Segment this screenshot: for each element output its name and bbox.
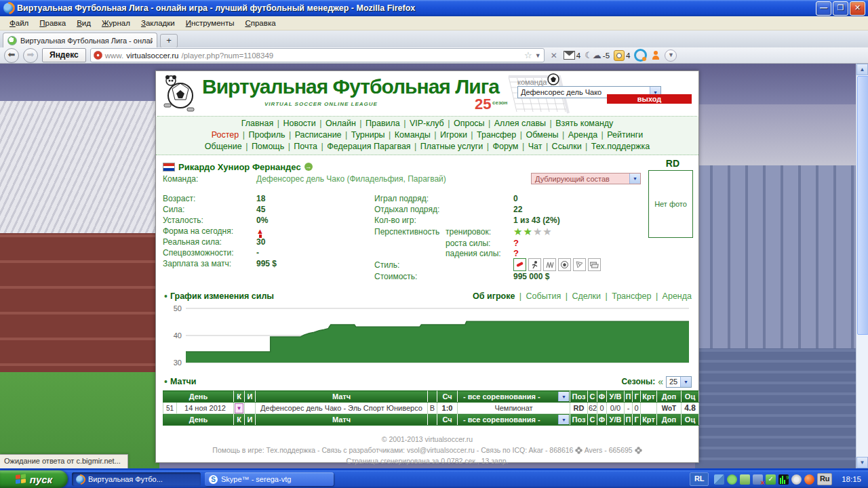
taskbar-firefox-task[interactable]: Виртуальная Футбо... bbox=[72, 472, 201, 486]
chevron-down-icon[interactable]: ▼ bbox=[558, 392, 569, 401]
claw-icon[interactable] bbox=[543, 258, 556, 271]
boot-icon[interactable] bbox=[513, 258, 526, 271]
maximize-button[interactable]: ❐ bbox=[833, 1, 848, 16]
taskbar-skype-task[interactable]: S Skype™ - serega-vtg bbox=[205, 472, 334, 486]
language-indicator[interactable]: RL bbox=[690, 472, 709, 486]
col-oc[interactable]: Оц bbox=[682, 391, 699, 403]
player-link-icon[interactable]: → bbox=[304, 163, 313, 171]
nav-link-3[interactable]: Турниры bbox=[351, 130, 385, 140]
chevron-down-icon[interactable]: ▼ bbox=[558, 415, 569, 424]
new-tab-button[interactable]: + bbox=[160, 34, 178, 48]
nav-link-7[interactable]: Обмены bbox=[526, 130, 558, 140]
col-k[interactable]: К bbox=[234, 414, 245, 426]
player-tab-2[interactable]: Сделки bbox=[572, 291, 601, 301]
col-uv[interactable]: У/В bbox=[607, 391, 625, 403]
footer-help-text[interactable]: Помощь в игре: Тех.поддержка - Связь с р… bbox=[212, 446, 573, 454]
bookmark-star-icon[interactable]: ☆ bbox=[524, 50, 532, 60]
nav-link-9[interactable]: Рейтинги bbox=[607, 130, 643, 140]
col-day[interactable]: День bbox=[163, 391, 234, 403]
browser-menubar[interactable]: ФайлПравкаВидЖурналЗакладкиИнструментыСп… bbox=[0, 16, 868, 30]
language-tray-indicator[interactable]: Ru bbox=[817, 473, 832, 485]
nav-link-4[interactable]: Команды bbox=[395, 130, 431, 140]
nav-link-5[interactable]: Игроки bbox=[440, 130, 467, 140]
nav-link-0[interactable]: Главная bbox=[241, 119, 274, 128]
col-score[interactable]: Сч bbox=[437, 414, 458, 426]
col-s[interactable]: С bbox=[588, 414, 597, 426]
comodo-icon[interactable] bbox=[804, 474, 814, 485]
squad-select[interactable]: Дублирующий состав ▼ bbox=[531, 173, 641, 184]
nav-link-7[interactable]: Ссылки bbox=[552, 142, 582, 151]
chevron-down-icon[interactable]: ▼ bbox=[680, 377, 691, 387]
alarm-addon[interactable]: 4 bbox=[614, 50, 630, 61]
yandex-button[interactable]: Яндекс bbox=[42, 48, 86, 62]
menu-1[interactable]: Правка bbox=[34, 18, 71, 28]
col-g[interactable]: Г bbox=[633, 391, 641, 403]
audio-cd-icon[interactable] bbox=[791, 474, 802, 485]
mail-addon[interactable]: 4 bbox=[564, 51, 580, 60]
close-button[interactable]: ✕ bbox=[850, 1, 865, 16]
urlbar-dropdown-icon[interactable]: ▼ bbox=[535, 52, 541, 59]
col-krt[interactable]: Крт bbox=[641, 414, 657, 426]
player-tab-3[interactable]: Трансфер bbox=[612, 291, 651, 301]
player-tab-4[interactable]: Аренда bbox=[663, 291, 692, 301]
browser-tab[interactable]: Виртуальная Футбольная Лига - онлайн и..… bbox=[3, 33, 157, 47]
start-button[interactable]: пуск bbox=[0, 470, 68, 488]
col-match[interactable]: Матч bbox=[256, 391, 428, 403]
match-score[interactable]: 1:0 bbox=[437, 403, 458, 414]
col-i[interactable]: И bbox=[245, 414, 256, 426]
nav-link-1[interactable]: Новости bbox=[283, 119, 315, 128]
seasons-select[interactable]: 25 ▼ bbox=[666, 376, 692, 388]
menu-3[interactable]: Журнал bbox=[96, 18, 136, 28]
growth-value[interactable]: ? bbox=[513, 238, 519, 248]
chevron-down-icon[interactable]: ▼ bbox=[629, 174, 640, 184]
pizza-icon[interactable] bbox=[573, 258, 586, 271]
odnoklassniki-icon[interactable] bbox=[651, 51, 660, 60]
nav-link-4[interactable]: Платные услуги bbox=[420, 142, 483, 151]
nav-link-3[interactable]: Правила bbox=[366, 119, 400, 128]
address-bar[interactable]: www.virtualsoccer.ru/player.php?num=1108… bbox=[90, 48, 545, 62]
traffic-meter-icon[interactable]: 9 bbox=[778, 474, 789, 485]
toolbar-overflow-icon[interactable]: ▼ bbox=[665, 49, 677, 62]
nav-link-2[interactable]: Почта bbox=[294, 142, 317, 151]
col-g[interactable]: Г bbox=[633, 414, 641, 426]
seasons-prev-icon[interactable]: « bbox=[658, 376, 663, 387]
menu-5[interactable]: Инструменты bbox=[180, 18, 240, 28]
player-tab-1[interactable]: События bbox=[526, 291, 561, 301]
nav-link-5[interactable]: Форум bbox=[492, 142, 518, 151]
weather-addon[interactable]: ☾☁ -5 bbox=[585, 50, 610, 60]
ball-icon[interactable] bbox=[558, 258, 571, 271]
nav-link-7[interactable]: Взять команду bbox=[555, 119, 613, 128]
nav-link-2[interactable]: Расписание bbox=[295, 130, 342, 140]
player-tab-0[interactable]: Об игроке bbox=[473, 291, 515, 301]
col-dop[interactable]: Доп bbox=[657, 391, 682, 403]
col-s[interactable]: С bbox=[588, 391, 597, 403]
network-icon[interactable] bbox=[714, 474, 724, 485]
col-day[interactable]: День bbox=[163, 414, 234, 426]
forward-button[interactable]: ➡ bbox=[23, 48, 38, 63]
col-p[interactable]: П bbox=[625, 414, 633, 426]
col-oc[interactable]: Оц bbox=[682, 414, 699, 426]
runner-icon[interactable] bbox=[528, 258, 541, 271]
menu-2[interactable]: Вид bbox=[71, 18, 96, 28]
team-field-value[interactable]: Дефенсорес дель Чако (Филадельфия, Параг… bbox=[256, 174, 446, 184]
nav-link-8[interactable]: Тех.поддержка bbox=[591, 142, 650, 151]
antivirus-check-icon[interactable]: ✓ bbox=[766, 474, 776, 485]
stop-button[interactable]: ✕ bbox=[549, 51, 559, 60]
nav-link-1[interactable]: Помощь bbox=[252, 142, 284, 151]
col-k[interactable]: К bbox=[234, 391, 245, 403]
match-link[interactable]: Дефенсорес дель Чако - Эль Спорт Юниверс… bbox=[256, 403, 428, 414]
site-logo-title[interactable]: Виртуальная Футбольная Лига bbox=[202, 75, 499, 98]
nav-link-0[interactable]: Общение bbox=[205, 142, 242, 151]
tournament-filter-select[interactable]: - все соревнования -▼ bbox=[458, 391, 570, 403]
nav-link-5[interactable]: Опросы bbox=[454, 119, 485, 128]
scrollbar-thumb[interactable] bbox=[857, 76, 868, 335]
menu-4[interactable]: Закладки bbox=[136, 18, 180, 28]
money-icon[interactable] bbox=[588, 258, 601, 271]
nav-link-0[interactable]: Ростер bbox=[212, 130, 239, 140]
nav-link-6[interactable]: Трансфер bbox=[477, 130, 516, 140]
nav-link-4[interactable]: VIP-клуб bbox=[410, 119, 444, 128]
col-f[interactable]: Ф bbox=[597, 391, 607, 403]
window-titlebar[interactable]: Виртуальная Футбольная Лига - онлайн игр… bbox=[0, 0, 868, 16]
col-dop[interactable]: Доп bbox=[657, 414, 682, 426]
tournament-filter-select[interactable]: - все соревнования -▼ bbox=[458, 414, 570, 426]
